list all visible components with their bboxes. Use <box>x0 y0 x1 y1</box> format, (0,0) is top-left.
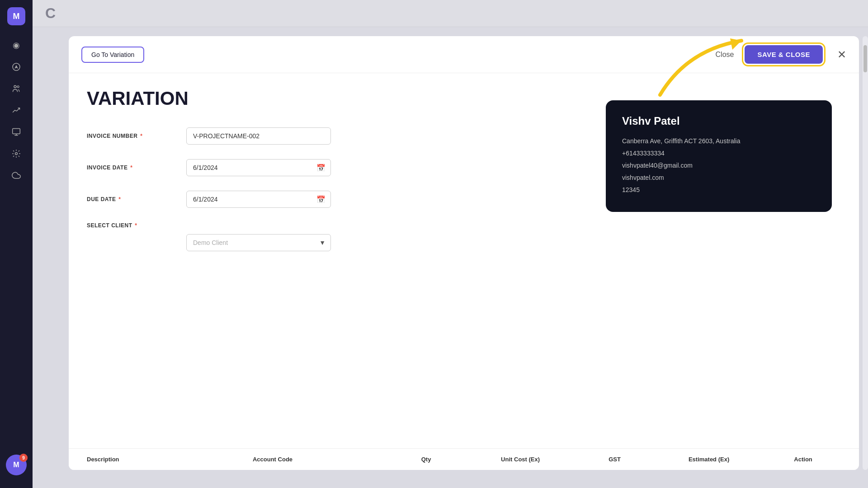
invoice-number-input[interactable] <box>186 127 331 145</box>
select-client-row: SELECT CLIENT * <box>87 222 358 229</box>
client-info-card: Vishv Patel Canberra Ave, Griffith ACT 2… <box>606 100 832 212</box>
variation-modal: Go To Variation Close SAVE & CLOSE ✕ VAR… <box>69 36 859 470</box>
table-header: Description Account Code Qty Unit Cost (… <box>69 448 859 470</box>
modal-body: VARIATION INVOICE NUMBER * INVOICE DATE … <box>69 73 859 448</box>
svg-rect-3 <box>13 129 20 134</box>
col-account-header: Account Code <box>253 456 388 463</box>
save-close-button[interactable]: SAVE & CLOSE <box>745 45 823 64</box>
col-action-header: Action <box>765 456 841 463</box>
client-select[interactable]: Demo Client Demo Client Vishv Patel <box>186 234 331 251</box>
main-content: C Go To Variation Close SAVE & CLOSE ✕ V… <box>33 0 868 488</box>
close-button[interactable]: Close <box>716 51 734 59</box>
col-unit-cost-header: Unit Cost (Ex) <box>464 456 577 463</box>
users-icon[interactable] <box>7 80 25 98</box>
due-date-label: DUE DATE * <box>87 196 186 202</box>
scrollbar-thumb[interactable] <box>863 45 867 72</box>
modal-header: Go To Variation Close SAVE & CLOSE ✕ <box>69 36 859 73</box>
monitor-icon[interactable] <box>7 123 25 141</box>
due-date-row: DUE DATE * 📅 <box>87 191 358 208</box>
client-phone: +61433333334 <box>622 149 816 158</box>
client-email: vishvpatel40@gmail.com <box>622 161 816 170</box>
invoice-date-row: INVOICE DATE * 📅 <box>87 159 358 176</box>
dashboard-icon[interactable]: ◉ <box>7 36 25 54</box>
client-select-wrapper: Demo Client Demo Client Vishv Patel ▼ <box>186 234 331 251</box>
invoice-number-label: INVOICE NUMBER * <box>87 133 186 139</box>
modal-close-x-button[interactable]: ✕ <box>837 48 846 61</box>
settings-icon[interactable] <box>7 145 25 163</box>
user-avatar[interactable]: M 9 <box>6 455 27 481</box>
invoice-date-wrapper: 📅 <box>186 159 331 176</box>
app-logo[interactable]: M <box>7 7 25 25</box>
svg-point-6 <box>15 153 18 155</box>
due-date-wrapper: 📅 <box>186 191 331 208</box>
due-date-input[interactable] <box>186 191 331 208</box>
svg-point-2 <box>17 86 19 88</box>
client-postcode: 12345 <box>622 185 816 195</box>
cloud-icon[interactable] <box>7 166 25 184</box>
chart-icon[interactable] <box>7 101 25 119</box>
scrollbar-track[interactable] <box>863 36 868 470</box>
client-website: vishvpatel.com <box>622 173 816 183</box>
col-qty-header: Qty <box>388 456 464 463</box>
col-estimated-header: Estimated (Ex) <box>652 456 765 463</box>
col-gst-header: GST <box>577 456 652 463</box>
col-description-header: Description <box>87 456 253 463</box>
sidebar: M ◉ <box>0 0 33 488</box>
invoice-date-input[interactable] <box>186 159 331 176</box>
go-to-variation-button[interactable]: Go To Variation <box>81 47 144 63</box>
client-address: Canberra Ave, Griffith ACT 2603, Austral… <box>622 136 816 146</box>
notification-badge: 9 <box>19 454 28 462</box>
invoice-number-row: INVOICE NUMBER * <box>87 127 358 145</box>
svg-point-1 <box>14 85 16 88</box>
analytics-icon[interactable] <box>7 58 25 76</box>
select-client-wrapper: Demo Client Demo Client Vishv Patel ▼ <box>186 234 331 251</box>
invoice-date-label: INVOICE DATE * <box>87 164 186 171</box>
client-name: Vishv Patel <box>622 115 816 127</box>
select-client-label: SELECT CLIENT * <box>87 222 186 229</box>
